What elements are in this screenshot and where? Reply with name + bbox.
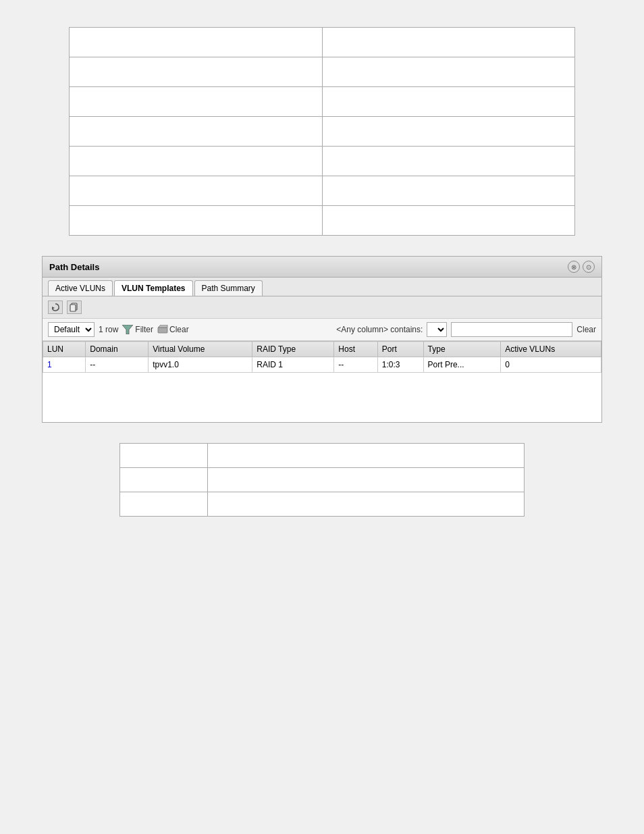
- filter-text-input[interactable]: [451, 322, 572, 337]
- filter-row: Default 1 row Filter Clear <Any column> …: [43, 319, 601, 341]
- grid-body-area: LUNDomainVirtual VolumeRAID TypeHostPort…: [43, 341, 601, 422]
- table-cell: [322, 176, 575, 206]
- clear-filter-button[interactable]: Clear: [157, 325, 189, 334]
- filter-label: Filter: [135, 325, 153, 334]
- table-row: [120, 492, 525, 517]
- svg-marker-5: [158, 325, 167, 328]
- path-details-panel: Path Details ⊗ ⊙ Active VLUNsVLUN Templa…: [42, 256, 602, 423]
- host-cell: --: [334, 357, 377, 373]
- table-cell: [70, 28, 323, 57]
- type-cell: Port Pre...: [423, 357, 501, 373]
- table-row: [70, 117, 575, 147]
- toolbar-row: [43, 296, 601, 319]
- copy-button[interactable]: [67, 301, 82, 314]
- column-header: Virtual Volume: [149, 342, 252, 357]
- tab-active-vluns[interactable]: Active VLUNs: [48, 280, 113, 296]
- lun-cell[interactable]: 1: [43, 357, 86, 373]
- table-cell: [120, 468, 208, 492]
- column-header: Active VLUNs: [501, 342, 601, 357]
- panel-header: Path Details ⊗ ⊙: [43, 257, 601, 278]
- column-header: Port: [377, 342, 423, 357]
- svg-rect-4: [158, 328, 167, 333]
- table-row: [70, 147, 575, 176]
- table-cell: [207, 468, 524, 492]
- active-vluns-cell: 0: [501, 357, 601, 373]
- svg-rect-2: [70, 305, 76, 311]
- row-count-label: 1 row: [99, 325, 118, 334]
- table-cell: [70, 176, 323, 206]
- column-header: LUN: [43, 342, 86, 357]
- column-header: Type: [423, 342, 501, 357]
- collapse-icon[interactable]: ⊗: [568, 261, 580, 273]
- table-cell: [322, 147, 575, 176]
- column-header: RAID Type: [252, 342, 334, 357]
- table-cell: [322, 28, 575, 57]
- virtual-volume-cell: tpvv1.0: [149, 357, 252, 373]
- table-cell: [70, 87, 323, 117]
- any-col-select[interactable]: [427, 322, 447, 337]
- panel-title: Path Details: [49, 262, 99, 272]
- table-row: 1--tpvv1.0RAID 1--1:0:3Port Pre...0: [43, 357, 601, 373]
- table-row: [120, 444, 525, 468]
- top-table: [69, 27, 575, 236]
- table-cell: [70, 206, 323, 236]
- any-col-label: <Any column> contains:: [336, 325, 423, 334]
- panel-header-icons: ⊗ ⊙: [568, 261, 595, 273]
- table-cell: [120, 444, 208, 468]
- table-row: [70, 57, 575, 87]
- svg-marker-0: [52, 307, 55, 309]
- tabs-row: Active VLUNsVLUN TemplatesPath Summary: [43, 278, 601, 296]
- table-row: [120, 468, 525, 492]
- tab-vlun-templates[interactable]: VLUN Templates: [114, 280, 192, 296]
- table-cell: [70, 117, 323, 147]
- lun-link[interactable]: 1: [47, 360, 52, 369]
- table-cell: [322, 57, 575, 87]
- filter-icon: [122, 325, 133, 334]
- refresh-button[interactable]: [48, 301, 63, 314]
- table-cell: [120, 492, 208, 517]
- column-header: Host: [334, 342, 377, 357]
- table-row: [70, 28, 575, 57]
- tab-path-summary[interactable]: Path Summary: [194, 280, 263, 296]
- view-select[interactable]: Default: [48, 322, 95, 337]
- grid-table: LUNDomainVirtual VolumeRAID TypeHostPort…: [43, 341, 601, 373]
- copy-icon: [70, 303, 79, 312]
- svg-marker-3: [122, 325, 133, 334]
- domain-cell: --: [86, 357, 149, 373]
- table-cell: [207, 492, 524, 517]
- eraser-icon: [157, 325, 168, 334]
- port-cell: 1:0:3: [377, 357, 423, 373]
- clear-filter-label: Clear: [169, 325, 189, 334]
- table-cell: [322, 87, 575, 117]
- table-cell: [70, 57, 323, 87]
- refresh-icon: [51, 303, 60, 312]
- table-cell: [207, 444, 524, 468]
- raid-type-cell: RAID 1: [252, 357, 334, 373]
- settings-icon[interactable]: ⊙: [583, 261, 595, 273]
- table-row: [70, 176, 575, 206]
- table-row: [70, 206, 575, 236]
- clear-right-button[interactable]: Clear: [576, 325, 596, 334]
- filter-button[interactable]: Filter: [122, 325, 153, 334]
- bottom-table: [119, 443, 525, 517]
- column-header: Domain: [86, 342, 149, 357]
- table-cell: [70, 147, 323, 176]
- table-cell: [322, 206, 575, 236]
- table-row: [70, 87, 575, 117]
- table-cell: [322, 117, 575, 147]
